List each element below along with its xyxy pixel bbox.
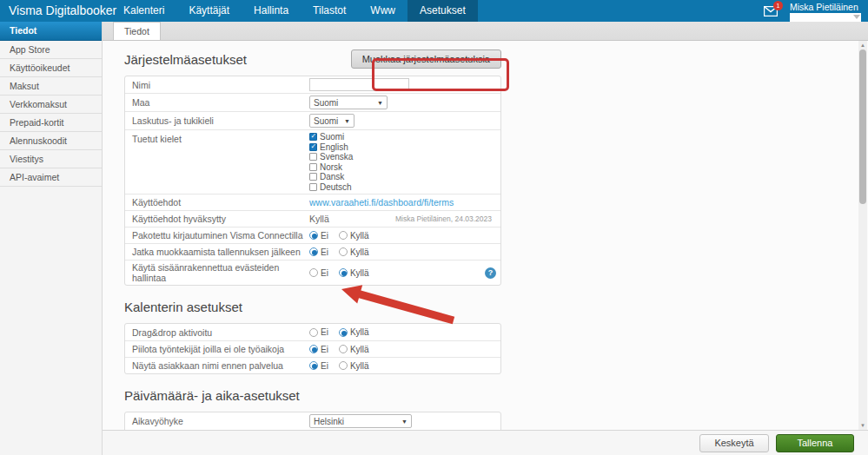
sidebar-item-app-store[interactable]: App Store	[0, 41, 102, 59]
sidebar-item-verkkomaksut[interactable]: Verkkomaksut	[0, 96, 102, 114]
row-label: Drag&drop aktivoitu	[132, 327, 309, 338]
main-content: Tiedot JärjestelmäasetuksetMuokkaa järje…	[103, 22, 868, 455]
nav-item-hallinta[interactable]: Hallinta	[242, 0, 301, 22]
radio-option-ei[interactable]: Ei	[309, 327, 328, 337]
scrollbar-thumb[interactable]	[859, 49, 866, 204]
row-label: Nimi	[132, 80, 309, 90]
row-label: Käyttöehdot hyväksytty	[132, 214, 309, 224]
top-navigation-bar: Visma Digitalbooker KalenteriKäyttäjätHa…	[0, 0, 868, 22]
topbar-right: 1 Miska Pietiläinen	[764, 0, 868, 22]
radio-option-ei[interactable]: Ei	[309, 345, 328, 354]
user-area: Miska Pietiläinen	[790, 0, 861, 23]
edit-system-settings-button[interactable]: Muokkaa järjestelmäasetuksia	[351, 49, 501, 69]
checkbox-icon	[309, 153, 317, 161]
row-label: Piilota työntekijät joilla ei ole työaik…	[132, 344, 309, 354]
select-value: Suomi	[314, 116, 338, 126]
checkbox-label: Deutsch	[320, 182, 352, 192]
section-title: Järjestelmäasetukset	[124, 52, 247, 67]
radio-option-kyllä[interactable]: Kyllä	[339, 345, 369, 354]
radio-icon	[339, 345, 348, 353]
sidebar-item-viestitys[interactable]: Viestitys	[0, 150, 102, 168]
row-label: Aikavyöhyke	[132, 416, 309, 426]
checkbox-suomi[interactable]: Suomi	[309, 132, 353, 142]
chevron-down-icon	[853, 15, 860, 19]
checkbox-norsk[interactable]: Norsk	[309, 162, 353, 173]
settings-row: Käyttöehdot hyväksyttyKylläMiska Pietilä…	[125, 210, 500, 227]
radio-option-ei[interactable]: Ei	[309, 231, 328, 241]
radio-option-kyllä[interactable]: Kyllä	[339, 361, 369, 371]
radio-option-ei[interactable]: Ei	[309, 361, 328, 371]
nav-item-asetukset[interactable]: Asetukset	[407, 0, 478, 22]
sidebar: TiedotApp StoreKäyttöoikeudetMaksutVerkk…	[0, 22, 103, 455]
radio-label: Ei	[321, 268, 328, 278]
vertical-scrollbar[interactable]: ▲▼	[858, 41, 867, 430]
sidebar-item-maksut[interactable]: Maksut	[0, 77, 102, 96]
settings-row: Nimi	[125, 76, 500, 93]
radio-option-kyllä[interactable]: Kyllä	[339, 231, 369, 241]
nav-item-kalenteri[interactable]: Kalenteri	[111, 0, 176, 22]
row-label: Näytä asiakkaan nimi ennen palvelua	[132, 360, 309, 371]
radio-label: Ei	[321, 247, 328, 257]
settings-group: NimiMaaSuomi▼Laskutus- ja tukikieliSuomi…	[124, 76, 501, 286]
settings-row: AikavyöhykeHelsinki▼	[125, 412, 500, 430]
scroll-up-arrow[interactable]: ▲	[858, 41, 867, 49]
row-label: Käytä sisäänrakennettua evästeiden halli…	[132, 262, 309, 283]
radio-option-ei[interactable]: Ei	[309, 247, 328, 257]
radio-icon	[309, 361, 318, 370]
select-value: Suomi	[314, 98, 338, 108]
radio-label: Kyllä	[350, 231, 369, 241]
radio-icon	[309, 231, 318, 240]
sidebar-item-k-ytt-oikeudet[interactable]: Käyttöoikeudet	[0, 59, 102, 77]
chevron-down-icon: ▼	[377, 100, 383, 106]
settings-row: Piilota työntekijät joilla ei ole työaik…	[125, 340, 500, 357]
radio-icon	[339, 231, 348, 240]
terms-link[interactable]: www.varaaheti.fi/dashboard/fi/terms	[309, 197, 454, 208]
nav-item-tilastot[interactable]: Tilastot	[301, 0, 358, 22]
text-input-nimi[interactable]	[309, 78, 409, 91]
settings-row: Käytä sisäänrakennettua evästeiden halli…	[125, 260, 500, 285]
settings-scroll-area: JärjestelmäasetuksetMuokkaa järjestelmäa…	[103, 41, 868, 430]
save-button[interactable]: Tallenna	[776, 434, 854, 452]
radio-option-kyllä[interactable]: Kyllä	[339, 327, 369, 337]
cancel-button[interactable]: Keskeytä	[699, 434, 769, 452]
help-icon[interactable]: ?	[485, 267, 496, 279]
select-laskutus-ja-tukikieli[interactable]: Suomi▼	[309, 114, 354, 128]
nav-item-www[interactable]: Www	[358, 0, 407, 22]
tab-tiedot[interactable]: Tiedot	[113, 22, 161, 40]
radio-icon	[339, 361, 348, 370]
radio-option-ei[interactable]: Ei	[309, 268, 328, 278]
settings-row: Pakotettu kirjautuminen Visma Connectill…	[125, 227, 500, 243]
select-maa[interactable]: Suomi▼	[309, 96, 388, 109]
radio-label: Ei	[321, 361, 328, 371]
select-value: Helsinki	[314, 417, 344, 426]
nav-item-käyttäjät[interactable]: Käyttäjät	[176, 0, 242, 22]
select-aikavy-hyke[interactable]: Helsinki▼	[309, 414, 412, 428]
checkbox-deutsch[interactable]: Deutsch	[309, 182, 353, 193]
user-name[interactable]: Miska Pietiläinen	[790, 0, 858, 12]
radio-label: Kyllä	[350, 327, 369, 337]
section-title: Kalenterin asetukset	[124, 300, 242, 314]
sidebar-item-tiedot[interactable]: Tiedot	[0, 22, 102, 41]
checkbox-label: Svenska	[320, 152, 353, 162]
radio-option-kyllä[interactable]: Kyllä	[339, 247, 369, 257]
radio-icon	[339, 247, 348, 256]
sidebar-item-api-avaimet[interactable]: API-avaimet	[0, 168, 102, 187]
settings-row: Tuetut kieletSuomiEnglishSvenskaNorskDan…	[125, 129, 500, 194]
scroll-down-arrow[interactable]: ▼	[858, 421, 867, 430]
radio-option-kyllä[interactable]: Kyllä	[339, 268, 369, 278]
radio-label: Kyllä	[350, 345, 369, 354]
app-logo: Visma Digitalbooker	[0, 0, 111, 22]
checkbox-label: Suomi	[320, 132, 344, 142]
sidebar-item-prepaid-kortit[interactable]: Prepaid-kortit	[0, 114, 102, 132]
mail-button[interactable]: 1	[764, 4, 778, 20]
checkbox-english[interactable]: English	[309, 142, 353, 153]
checkbox-svenska[interactable]: Svenska	[309, 152, 353, 162]
chevron-down-icon: ▼	[401, 419, 407, 425]
settings-group: AikavyöhykeHelsinki▼Päivämäärän muotopp …	[124, 412, 501, 430]
checkbox-icon	[309, 133, 317, 141]
checkbox-dansk[interactable]: Dansk	[309, 172, 353, 182]
sidebar-item-alennuskoodit[interactable]: Alennuskoodit	[0, 132, 102, 150]
radio-label: Ei	[321, 345, 328, 354]
footer-bar: Keskeytä Tallenna	[103, 430, 868, 455]
radio-icon	[309, 268, 318, 277]
